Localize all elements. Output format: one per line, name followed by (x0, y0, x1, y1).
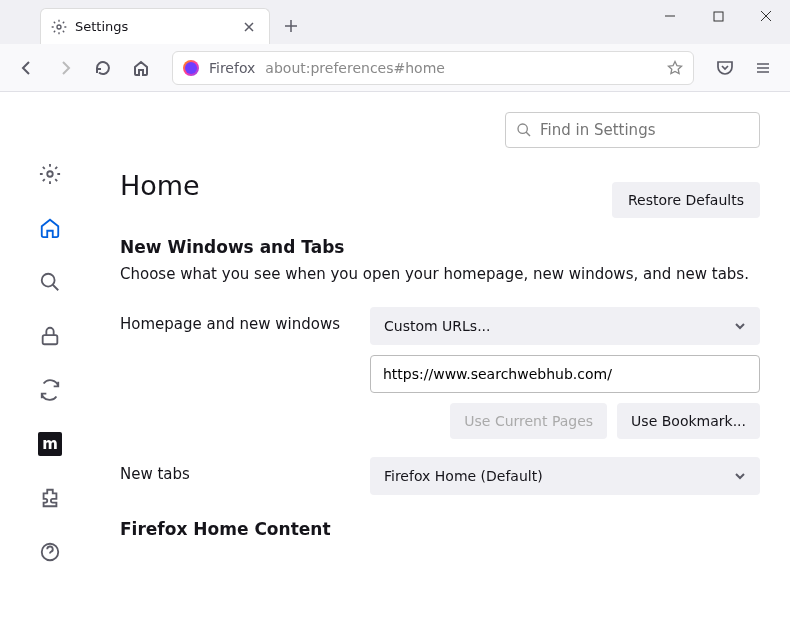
forward-button[interactable] (50, 53, 80, 83)
home-button[interactable] (126, 53, 156, 83)
sidebar-item-extensions[interactable] (38, 486, 62, 510)
chevron-down-icon (734, 470, 746, 482)
newtabs-label: New tabs (120, 457, 370, 483)
sidebar-item-sync[interactable] (38, 378, 62, 402)
svg-point-2 (47, 171, 53, 177)
homepage-url-input[interactable] (370, 355, 760, 393)
fhc-heading: Firefox Home Content (120, 519, 760, 539)
sidebar-item-more[interactable]: m (38, 432, 62, 456)
settings-search-input[interactable] (540, 121, 749, 139)
settings-search[interactable] (505, 112, 760, 148)
reload-button[interactable] (88, 53, 118, 83)
maximize-button[interactable] (694, 0, 742, 32)
section-heading: New Windows and Tabs (120, 237, 760, 257)
gear-icon (51, 19, 67, 35)
url-text: about:preferences#home (265, 60, 657, 76)
homepage-select-value: Custom URLs... (384, 318, 491, 334)
svg-point-6 (518, 124, 527, 133)
bookmark-star-icon[interactable] (667, 60, 683, 76)
new-tab-button[interactable] (276, 11, 306, 41)
toolbar: Firefox about:preferences#home (0, 44, 790, 92)
settings-sidebar: m (0, 92, 100, 634)
newtabs-select-value: Firefox Home (Default) (384, 468, 543, 484)
homepage-select[interactable]: Custom URLs... (370, 307, 760, 345)
sidebar-item-privacy[interactable] (38, 324, 62, 348)
sidebar-item-help[interactable] (38, 540, 62, 564)
back-button[interactable] (12, 53, 42, 83)
sidebar-item-general[interactable] (38, 162, 62, 186)
newtabs-select[interactable]: Firefox Home (Default) (370, 457, 760, 495)
homepage-row: Homepage and new windows Custom URLs... … (120, 307, 760, 439)
minimize-button[interactable] (646, 0, 694, 32)
section-description: Choose what you see when you open your h… (120, 265, 760, 283)
tab-close-button[interactable] (239, 17, 259, 37)
svg-rect-4 (43, 335, 58, 344)
restore-defaults-button[interactable]: Restore Defaults (612, 182, 760, 218)
use-bookmark-button[interactable]: Use Bookmark... (617, 403, 760, 439)
tab-title: Settings (75, 19, 231, 34)
titlebar: Settings (0, 0, 790, 44)
app-menu-button[interactable] (748, 53, 778, 83)
window-controls (646, 0, 790, 32)
svg-point-0 (57, 25, 61, 29)
url-bar[interactable]: Firefox about:preferences#home (172, 51, 694, 85)
homepage-label: Homepage and new windows (120, 307, 370, 333)
use-current-pages-button[interactable]: Use Current Pages (450, 403, 607, 439)
sidebar-item-search[interactable] (38, 270, 62, 294)
svg-point-3 (42, 274, 55, 287)
settings-main: Home Restore Defaults New Windows and Ta… (100, 92, 790, 634)
browser-tab[interactable]: Settings (40, 8, 270, 44)
url-identity: Firefox (209, 60, 255, 76)
svg-rect-1 (714, 12, 723, 21)
firefox-icon (183, 60, 199, 76)
sidebar-item-home[interactable] (38, 216, 62, 240)
chevron-down-icon (734, 320, 746, 332)
search-icon (516, 122, 532, 138)
content-area: m Home Restore Defaults New Windows and … (0, 92, 790, 634)
close-button[interactable] (742, 0, 790, 32)
newtabs-row: New tabs Firefox Home (Default) (120, 457, 760, 495)
pocket-button[interactable] (710, 53, 740, 83)
